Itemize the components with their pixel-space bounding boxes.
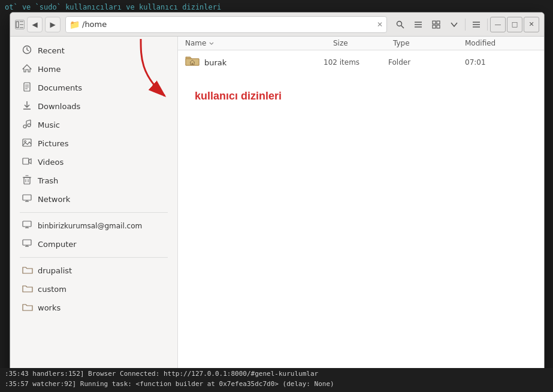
separator [465,19,466,31]
view-options-button[interactable] [446,16,463,33]
forward-button[interactable]: ▶ [45,17,61,32]
sidebar-item-recent[interactable]: Recent [13,41,175,60]
grid-view-button[interactable] [428,16,445,33]
svg-rect-11 [433,25,436,28]
svg-rect-35 [24,177,30,184]
sidebar-item-downloads[interactable]: Downloads [13,97,175,116]
list-view-button[interactable] [410,16,427,33]
sidebar-item-pictures-label: Pictures [38,139,68,148]
address-bar[interactable]: 📁 /home ✕ [65,16,387,33]
sidebar-item-home[interactable]: Home [13,60,175,79]
folder-icon-custom [22,284,32,295]
file-type: Folder [388,58,460,67]
music-icon [22,119,32,131]
sidebar-item-pictures[interactable]: Pictures [13,134,175,153]
terminal-bottom-line-2: :35:57 watcher:92] Running task: <functi… [5,379,548,390]
download-icon [22,101,32,112]
file-name: burak [204,58,319,67]
svg-rect-40 [23,195,31,200]
search-button[interactable] [392,16,409,33]
column-header-modified[interactable]: Modified [465,39,537,47]
sidebar-item-email-label: binbirizkurumsal@gmail.com [38,222,142,230]
sidebar-item-videos[interactable]: Videos [13,153,175,171]
monitor-icon [22,220,32,231]
sidebar-item-music[interactable]: Music [13,116,175,134]
toolbar-right: — □ ✕ [392,16,539,33]
sidebar: Recent Home Documents [10,37,178,380]
main-file-area: Name Size Type Modified [178,37,544,380]
svg-rect-43 [23,221,31,227]
sidebar-item-computer[interactable]: Computer [13,235,175,254]
sidebar-item-network[interactable]: Network [13,190,175,209]
sidebar-section-accounts: binbirizkurumsal@gmail.com Computer [10,216,177,254]
trash-icon [22,175,32,186]
svg-point-27 [28,124,31,127]
svg-line-29 [26,120,31,121]
svg-rect-46 [23,240,31,245]
svg-point-4 [397,21,402,26]
sidebar-section-places: Recent Home Documents [10,41,177,209]
svg-rect-33 [23,158,29,164]
close-button[interactable]: ✕ [524,17,539,32]
videos-icon [22,156,32,168]
home-icon [22,64,32,75]
file-size: 102 items [324,58,383,67]
column-header-name[interactable]: Name [185,39,333,47]
sidebar-item-network-label: Network [38,195,70,204]
sidebar-item-custom[interactable]: custom [13,280,175,298]
computer-icon [22,239,32,250]
sidebar-item-music-label: Music [38,120,60,129]
sidebar-item-email[interactable]: binbirizkurumsal@gmail.com [13,216,175,235]
sidebar-separator-1 [20,212,168,213]
sidebar-item-videos-label: Videos [38,158,64,167]
sort-icon [208,40,214,46]
clock-icon [22,45,32,56]
terminal-bottom: :35:43 handlers:152] Browser Connected: … [0,368,553,392]
sidebar-toggle-icon [16,20,24,29]
address-folder-icon: 📁 [69,20,80,29]
sidebar-item-works-label: works [38,303,61,312]
terminal-bottom-line-1: :35:43 handlers:152] Browser Connected: … [5,369,548,379]
file-list: burak 102 items Folder 07:01 [178,50,544,380]
title-bar: ◀ ▶ 📁 /home ✕ [10,13,544,37]
svg-rect-0 [16,22,19,28]
folder-icon-drupalist [22,265,32,276]
maximize-button[interactable]: □ [507,17,522,32]
sidebar-item-downloads-label: Downloads [38,102,80,111]
folder-file-icon [185,55,200,70]
sidebar-item-trash-label: Trash [38,176,58,185]
network-icon [22,194,32,205]
list-view-icon [414,20,422,29]
sidebar-item-works[interactable]: works [13,298,175,317]
document-icon [22,82,32,94]
address-clear-button[interactable]: ✕ [377,20,383,29]
folder-icon-works [22,302,32,313]
svg-line-5 [401,25,404,28]
file-modified: 07:01 [465,58,537,67]
svg-rect-9 [433,21,436,24]
terminal-line-1: ot` ve `sudo` kullanıcıları ve kullanıcı… [5,2,548,13]
sidebar-item-custom-label: custom [38,285,67,294]
grid-view-icon [432,20,440,29]
pictures-icon [22,138,32,149]
table-row[interactable]: burak 102 items Folder 07:01 [180,53,542,72]
sidebar-item-drupalist[interactable]: drupalist [13,261,175,280]
menu-button[interactable] [468,16,485,33]
svg-rect-10 [437,21,440,24]
sidebar-item-trash[interactable]: Trash [13,171,175,190]
content-area: Recent Home Documents [10,37,544,380]
sidebar-item-documents[interactable]: Documents [13,79,175,97]
svg-point-32 [25,141,26,143]
svg-point-26 [23,125,26,128]
back-button[interactable]: ◀ [27,17,43,32]
address-text: /home [82,20,377,29]
file-manager-window: ◀ ▶ 📁 /home ✕ [10,12,545,381]
sidebar-toggle-button[interactable] [15,20,25,29]
sidebar-item-recent-label: Recent [38,46,65,55]
column-header-type[interactable]: Type [393,39,465,47]
minimize-button[interactable]: — [490,17,506,32]
column-header-size[interactable]: Size [333,39,393,47]
svg-rect-12 [437,25,440,28]
sidebar-section-bookmarks: drupalist custom works [10,261,177,317]
menu-icon [472,20,481,29]
